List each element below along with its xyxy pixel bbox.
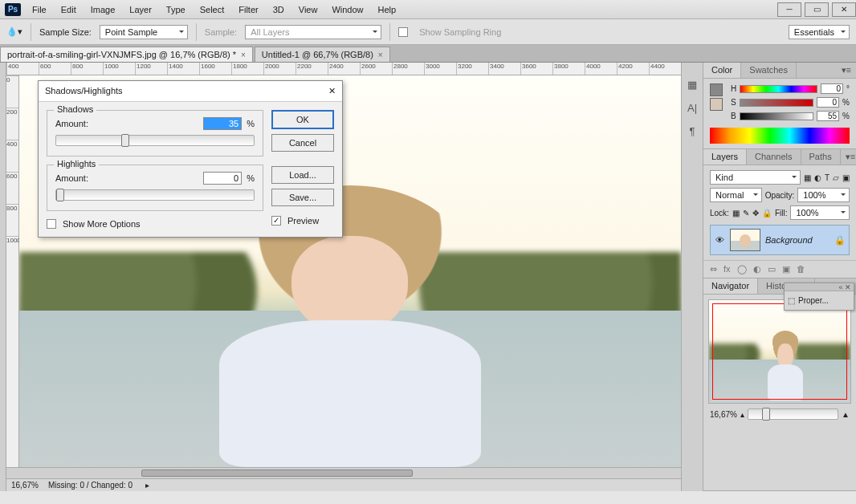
lock-pixel-icon[interactable]: ✎ — [743, 209, 749, 217]
nav-zoom-slider[interactable] — [748, 408, 838, 420]
menu-window[interactable]: Window — [325, 2, 369, 17]
save-button[interactable]: Save... — [271, 189, 334, 206]
properties-floating-panel[interactable]: « ✕ ⬚Proper... — [784, 282, 854, 311]
eyedropper-icon[interactable]: 💧▾ — [6, 26, 22, 37]
ok-button[interactable]: OK — [271, 110, 334, 129]
preview-checkbox[interactable] — [271, 216, 281, 226]
para-icon[interactable]: ¶ — [690, 125, 695, 137]
b-input[interactable]: 55 — [817, 111, 839, 121]
tab-navigator[interactable]: Navigator — [703, 278, 758, 294]
tab-document-2[interactable]: Untitled-1 @ 66,7% (RGB/8)× — [255, 47, 390, 62]
history-icon[interactable]: ▦ — [687, 79, 697, 91]
maximize-button[interactable]: ▭ — [805, 2, 829, 17]
menu-view[interactable]: View — [292, 2, 324, 17]
shadows-amount-input[interactable]: 35 — [203, 117, 242, 130]
properties-label: Proper... — [798, 296, 829, 305]
navigator-view[interactable] — [708, 299, 851, 404]
lock-all-icon[interactable]: 🔒 — [762, 209, 772, 217]
s-input[interactable]: 0 — [817, 97, 839, 108]
visibility-icon[interactable]: 👁 — [714, 235, 725, 245]
cancel-button[interactable]: Cancel — [271, 134, 334, 152]
filter-shape-icon[interactable]: ▱ — [833, 173, 839, 182]
main-menu: File Edit Image Layer Type Select Filter… — [26, 2, 402, 17]
menu-edit[interactable]: Edit — [55, 2, 83, 17]
filter-smart-icon[interactable]: ▣ — [842, 173, 850, 182]
menu-3d[interactable]: 3D — [267, 2, 291, 17]
shadows-highlights-dialog: Shadows/Highlights ✕ Shadows Amount: 35 … — [38, 80, 343, 238]
tab-paths[interactable]: Paths — [801, 149, 841, 165]
fx-icon[interactable]: fx — [724, 264, 731, 274]
menu-image[interactable]: Image — [84, 2, 122, 17]
sample-size-label: Sample Size: — [39, 27, 92, 37]
layer-background[interactable]: 👁 Background 🔒 — [710, 225, 850, 255]
tab-close-icon[interactable]: × — [378, 51, 383, 59]
menu-filter[interactable]: Filter — [232, 2, 264, 17]
document-tabs: portrait-of-a-smiling-girl-VXNJMFS.jpg @… — [0, 45, 856, 63]
foreground-swatch[interactable] — [710, 83, 723, 96]
nav-zoom-value[interactable]: 16,67% — [710, 410, 737, 419]
trash-icon[interactable]: 🗑 — [797, 264, 805, 274]
menu-type[interactable]: Type — [160, 2, 192, 17]
dialog-close-icon[interactable]: ✕ — [328, 86, 336, 96]
highlights-slider[interactable] — [55, 189, 255, 201]
navigator-frame[interactable] — [712, 303, 847, 400]
show-sampling-checkbox[interactable] — [398, 27, 408, 37]
sample-size-dropdown[interactable]: Point Sample — [100, 25, 188, 39]
filter-adjust-icon[interactable]: ◐ — [814, 173, 821, 182]
tab-document-1[interactable]: portrait-of-a-smiling-girl-VXNJMFS.jpg @… — [0, 47, 253, 62]
bri-slider[interactable] — [740, 112, 813, 120]
background-swatch[interactable] — [710, 98, 723, 111]
close-button[interactable]: ✕ — [832, 2, 856, 17]
minimize-button[interactable]: ─ — [777, 2, 801, 17]
load-button[interactable]: Load... — [271, 166, 334, 184]
layer-name[interactable]: Background — [765, 235, 813, 245]
highlights-amount-input[interactable]: 0 — [203, 172, 242, 185]
filter-kind-dropdown[interactable]: Kind — [710, 170, 801, 185]
menu-layer[interactable]: Layer — [123, 2, 158, 17]
new-layer-icon[interactable]: ▣ — [782, 264, 790, 274]
sat-slider[interactable] — [740, 99, 813, 107]
panel-menu-icon[interactable]: ▾≡ — [841, 149, 856, 165]
canvas-viewport[interactable]: Shadows/Highlights ✕ Shadows Amount: 35 … — [19, 75, 681, 467]
lock-pos-icon[interactable]: ✥ — [752, 209, 759, 217]
char-icon[interactable]: A| — [687, 102, 697, 114]
group-icon[interactable]: ▭ — [768, 264, 776, 274]
panel-menu-icon[interactable]: ▾≡ — [837, 63, 856, 78]
shadows-slider[interactable] — [55, 135, 255, 146]
collapsed-panel-strip: ▦ A| ¶ — [681, 63, 703, 491]
menu-help[interactable]: Help — [372, 2, 403, 17]
layer-thumbnail[interactable] — [730, 229, 760, 251]
fill-input[interactable]: 100% — [790, 205, 850, 220]
tool-strip[interactable] — [0, 63, 6, 491]
show-more-checkbox[interactable] — [47, 219, 56, 229]
hue-slider[interactable] — [740, 85, 817, 93]
ruler-vertical: 02004006008001000 — [6, 75, 19, 467]
tab-color[interactable]: Color — [703, 63, 741, 78]
menu-select[interactable]: Select — [194, 2, 231, 17]
tab-channels[interactable]: Channels — [747, 149, 801, 165]
tab-label: Untitled-1 @ 66,7% (RGB/8) — [262, 50, 373, 59]
zoom-out-icon[interactable]: ▴ — [740, 410, 744, 419]
show-sampling-label: Show Sampling Ring — [419, 27, 501, 37]
mask-icon[interactable]: ◯ — [737, 264, 747, 274]
sample-dropdown: All Layers — [245, 25, 381, 39]
tab-layers[interactable]: Layers — [703, 149, 747, 165]
options-bar: 💧▾ Sample Size: Point Sample Sample: All… — [0, 19, 856, 45]
menu-file[interactable]: File — [26, 2, 53, 17]
zoom-in-icon[interactable]: ▲ — [842, 410, 850, 419]
workspace-dropdown[interactable]: Essentials — [789, 25, 850, 39]
opacity-input[interactable]: 100% — [797, 188, 850, 202]
adjustment-icon[interactable]: ◐ — [753, 264, 761, 274]
lock-trans-icon[interactable]: ▦ — [732, 209, 740, 217]
lock-icon: 🔒 — [834, 235, 846, 246]
h-input[interactable]: 0 — [821, 83, 843, 94]
filter-type-icon[interactable]: T — [825, 173, 830, 182]
spectrum-ramp[interactable] — [710, 128, 850, 144]
filter-pixel-icon[interactable]: ▦ — [804, 173, 811, 182]
tab-swatches[interactable]: Swatches — [741, 63, 797, 78]
link-icon[interactable]: ⇔ — [710, 264, 717, 274]
tab-close-icon[interactable]: × — [241, 51, 246, 59]
status-zoom[interactable]: 16,67% — [11, 481, 39, 490]
horizontal-scrollbar[interactable] — [6, 467, 681, 478]
blend-mode-dropdown[interactable]: Normal — [710, 188, 762, 202]
